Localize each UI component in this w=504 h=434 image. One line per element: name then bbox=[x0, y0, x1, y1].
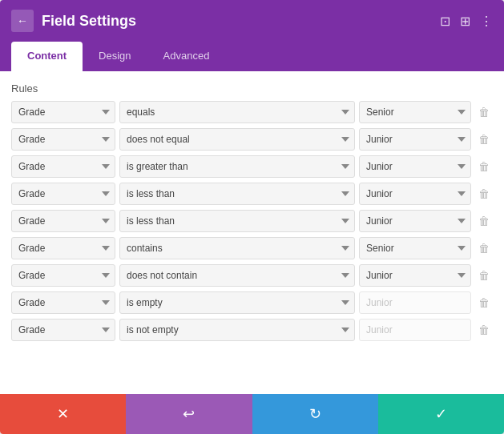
rule-row: Grade is empty Junior 🗑 bbox=[11, 291, 493, 314]
delete-rule-5[interactable]: 🗑 bbox=[475, 240, 493, 256]
rule-row: Grade is greater than Junior 🗑 bbox=[11, 155, 493, 178]
header-icons: ⊡ ⊞ ⋮ bbox=[440, 14, 493, 29]
delete-rule-4[interactable]: 🗑 bbox=[475, 213, 493, 229]
delete-rule-0[interactable]: 🗑 bbox=[475, 104, 493, 120]
condition-select-7[interactable]: is empty bbox=[119, 291, 355, 314]
value-select-5[interactable]: Senior bbox=[359, 237, 471, 259]
field-select-2[interactable]: Grade bbox=[11, 155, 115, 178]
expand-icon[interactable]: ⊡ bbox=[440, 14, 450, 29]
value-select-1[interactable]: Junior bbox=[359, 128, 471, 151]
field-select-6[interactable]: Grade bbox=[11, 264, 115, 287]
delete-rule-2[interactable]: 🗑 bbox=[475, 159, 493, 175]
value-select-3[interactable]: Junior bbox=[359, 183, 471, 205]
rule-row: Grade is not empty Junior 🗑 bbox=[11, 319, 493, 341]
panel: ← Field Settings ⊡ ⊞ ⋮ Content Design Ad… bbox=[0, 0, 504, 434]
content-area: Rules Grade equals Senior 🗑 Grade does n… bbox=[0, 71, 504, 394]
rules-container: Grade equals Senior 🗑 Grade does not equ… bbox=[11, 101, 493, 341]
field-select-7[interactable]: Grade bbox=[11, 291, 115, 314]
tab-design[interactable]: Design bbox=[83, 42, 147, 71]
value-select-0[interactable]: Senior bbox=[359, 101, 471, 123]
reset-button[interactable]: ↩ bbox=[126, 394, 252, 434]
value-select-7[interactable]: Junior bbox=[359, 291, 471, 314]
tabs: Content Design Advanced bbox=[0, 42, 504, 71]
header-title: Field Settings bbox=[42, 13, 136, 30]
grid-icon[interactable]: ⊞ bbox=[460, 14, 470, 29]
rule-row: Grade is less than Junior 🗑 bbox=[11, 210, 493, 232]
more-icon[interactable]: ⋮ bbox=[480, 14, 493, 29]
rule-row: Grade does not equal Junior 🗑 bbox=[11, 128, 493, 151]
condition-select-5[interactable]: contains bbox=[119, 237, 355, 259]
redo-button[interactable]: ↻ bbox=[252, 394, 378, 434]
field-select-1[interactable]: Grade bbox=[11, 128, 115, 151]
field-select-5[interactable]: Grade bbox=[11, 237, 115, 259]
condition-select-6[interactable]: does not contain bbox=[119, 264, 355, 287]
delete-rule-3[interactable]: 🗑 bbox=[475, 186, 493, 202]
rules-label: Rules bbox=[11, 82, 493, 94]
tab-advanced[interactable]: Advanced bbox=[147, 42, 226, 71]
delete-rule-8[interactable]: 🗑 bbox=[475, 322, 493, 338]
rule-row: Grade is less than Junior 🗑 bbox=[11, 183, 493, 205]
condition-select-4[interactable]: is less than bbox=[119, 210, 355, 232]
field-select-4[interactable]: Grade bbox=[11, 210, 115, 232]
header-left: ← Field Settings bbox=[11, 10, 136, 32]
field-select-3[interactable]: Grade bbox=[11, 183, 115, 205]
condition-select-8[interactable]: is not empty bbox=[119, 319, 355, 341]
value-select-6[interactable]: Junior bbox=[359, 264, 471, 287]
cancel-button[interactable]: ✕ bbox=[0, 394, 126, 434]
condition-select-2[interactable]: is greater than bbox=[119, 155, 355, 178]
delete-rule-6[interactable]: 🗑 bbox=[475, 267, 493, 283]
back-button[interactable]: ← bbox=[11, 10, 34, 32]
delete-rule-7[interactable]: 🗑 bbox=[475, 295, 493, 311]
value-select-4[interactable]: Junior bbox=[359, 210, 471, 232]
footer: ✕ ↩ ↻ ✓ bbox=[0, 394, 504, 434]
rule-row: Grade does not contain Junior 🗑 bbox=[11, 264, 493, 287]
condition-select-1[interactable]: does not equal bbox=[119, 128, 355, 151]
condition-select-3[interactable]: is less than bbox=[119, 183, 355, 205]
rule-row: Grade equals Senior 🗑 bbox=[11, 101, 493, 123]
value-select-2[interactable]: Junior bbox=[359, 155, 471, 178]
field-select-8[interactable]: Grade bbox=[11, 319, 115, 341]
tab-content[interactable]: Content bbox=[11, 42, 83, 71]
field-select-0[interactable]: Grade bbox=[11, 101, 115, 123]
condition-select-0[interactable]: equals bbox=[119, 101, 355, 123]
rule-row: Grade contains Senior 🗑 bbox=[11, 237, 493, 259]
delete-rule-1[interactable]: 🗑 bbox=[475, 131, 493, 147]
save-button[interactable]: ✓ bbox=[378, 394, 504, 434]
value-select-8[interactable]: Junior bbox=[359, 319, 471, 341]
header: ← Field Settings ⊡ ⊞ ⋮ bbox=[0, 0, 504, 42]
